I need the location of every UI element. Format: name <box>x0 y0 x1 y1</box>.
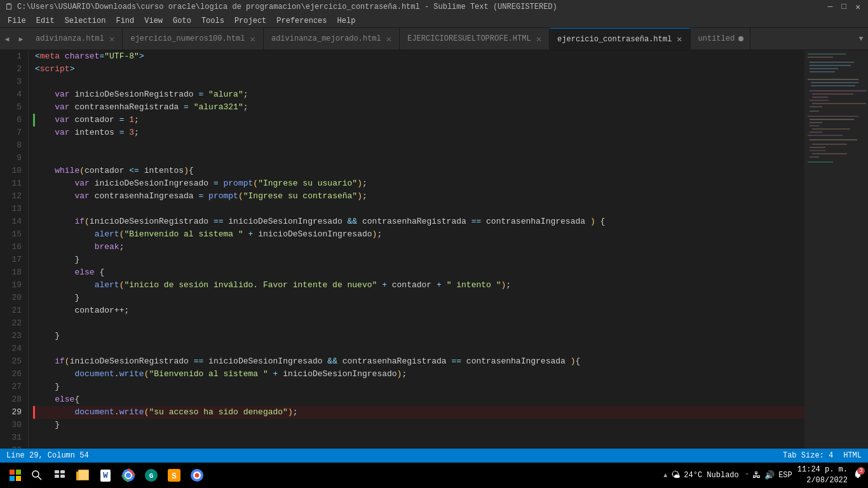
svg-rect-10 <box>812 93 853 95</box>
clock-time: 11:24 p. m. <box>797 464 848 475</box>
tab-untitled[interactable]: untitled <box>691 28 751 50</box>
tray-network[interactable]: 🌤 <box>671 470 680 480</box>
taskbar-chrome[interactable] <box>117 464 140 487</box>
line-num-23: 23 <box>6 330 22 342</box>
taskview-button[interactable] <box>48 464 71 487</box>
line-num-4: 4 <box>6 88 22 101</box>
svg-text:S: S <box>172 471 177 481</box>
svg-rect-24 <box>812 144 847 145</box>
svg-point-52 <box>195 473 200 478</box>
status-position[interactable]: Line 29, Column 54 <box>6 451 89 460</box>
line-num-29: 29 <box>6 406 22 419</box>
tab-nav-next[interactable]: ▶ <box>14 28 28 50</box>
svg-rect-29 <box>808 161 833 163</box>
menu-edit[interactable]: Edit <box>31 15 60 27</box>
taskbar-search-button[interactable] <box>25 465 48 485</box>
tab-adivinanza-mejorado[interactable]: adivinanza_mejorado.html ✕ <box>264 28 400 50</box>
svg-point-34 <box>32 471 39 477</box>
svg-point-45 <box>126 473 131 478</box>
svg-rect-32 <box>10 476 15 481</box>
svg-rect-25 <box>810 147 825 148</box>
code-line-14: if(inicioDeSesionRegistrado == inicioDeS… <box>35 215 804 228</box>
svg-rect-38 <box>55 475 59 478</box>
language-indicator[interactable]: ESP <box>778 471 792 480</box>
menu-project[interactable]: Project <box>229 15 271 27</box>
taskbar-explorer[interactable] <box>71 464 94 487</box>
tab-overflow-btn[interactable]: ▼ <box>854 28 868 50</box>
menu-preferences[interactable]: Preferences <box>271 15 332 27</box>
tab-label: untitled <box>698 34 735 43</box>
status-tab-size[interactable]: Tab Size: 4 <box>783 451 833 460</box>
tab-close[interactable]: ✕ <box>675 34 683 44</box>
tab-label: EJERCICIORESUELTOPROFE.HTML <box>407 34 531 43</box>
line-num-2: 2 <box>6 63 22 76</box>
menu-find[interactable]: Find <box>111 15 139 27</box>
status-language[interactable]: HTML <box>843 451 862 460</box>
start-button[interactable] <box>5 465 25 485</box>
clock[interactable]: 11:24 p. m. 2/08/2022 <box>797 464 848 486</box>
title-bar: 🗒 C:\Users\USUARIO\Downloads\curso oracl… <box>0 0 868 14</box>
tab-ejercicio-resuelto[interactable]: EJERCICIORESUELTOPROFE.HTML ✕ <box>400 28 550 50</box>
minimize-button[interactable]: — <box>828 2 833 12</box>
svg-rect-3 <box>810 65 851 66</box>
code-line-31 <box>35 431 804 444</box>
tab-label: ejercicio_numeros100.html <box>130 34 245 43</box>
svg-rect-23 <box>810 139 857 140</box>
svg-rect-39 <box>60 475 65 478</box>
svg-rect-31 <box>16 470 21 475</box>
code-line-15: alert("Bienvenido al sistema " + inicioD… <box>35 228 804 241</box>
line-num-12: 12 <box>6 190 22 203</box>
tab-close[interactable]: ✕ <box>385 34 393 44</box>
minimap-preview <box>804 50 868 449</box>
code-area[interactable]: <meta charset="UTF-8"> <script> var inic… <box>29 50 804 449</box>
weather-text: 24°C Nublado <box>684 471 738 480</box>
tray-speaker[interactable]: 🔊 <box>764 470 775 480</box>
tab-nav-prev[interactable]: ◀ <box>0 28 14 50</box>
code-line-4: var inicioDeSesionRegistrado = "alura"; <box>35 88 804 101</box>
close-button[interactable]: ✕ <box>855 2 860 12</box>
taskbar-sublime[interactable]: S <box>163 464 186 487</box>
maximize-button[interactable]: □ <box>841 2 846 12</box>
tray-chevron[interactable]: ▲ <box>663 472 667 479</box>
notification-button[interactable]: 3 <box>853 469 863 482</box>
taskbar-app2[interactable]: G <box>140 464 163 487</box>
svg-rect-4 <box>810 68 838 69</box>
menu-file[interactable]: File <box>3 15 31 27</box>
line-num-1: 1 <box>6 50 22 63</box>
svg-rect-36 <box>55 470 59 473</box>
menu-bar: File Edit Selection Find View Goto Tools… <box>0 14 868 28</box>
line-num-6: 6 <box>6 114 22 126</box>
svg-rect-26 <box>810 150 825 151</box>
minimap[interactable] <box>804 50 868 449</box>
tab-ejercicio-contrasena[interactable]: ejercicio_contraseña.html ✕ <box>550 28 690 50</box>
title-text: C:\Users\USUARIO\Downloads\curso oracle\… <box>17 3 828 11</box>
line-num-19: 19 <box>6 279 22 292</box>
tab-close[interactable]: ✕ <box>108 34 116 44</box>
menu-tools[interactable]: Tools <box>196 15 229 27</box>
line-num-14: 14 <box>6 215 22 228</box>
tab-close[interactable]: ✕ <box>249 34 257 44</box>
tab-close[interactable]: ✕ <box>535 34 543 44</box>
line-num-11: 11 <box>6 177 22 190</box>
line-num-28: 28 <box>6 393 22 406</box>
menu-view[interactable]: View <box>139 15 168 27</box>
line-num-27: 27 <box>6 381 22 393</box>
tray-network-icon[interactable]: 🖧 <box>752 471 761 480</box>
taskbar-chrome2[interactable] <box>186 464 208 487</box>
line-num-16: 16 <box>6 241 22 254</box>
tab-adivinanza[interactable]: adivinanza.html ✕ <box>28 28 123 50</box>
title-icon: 🗒 <box>5 3 13 12</box>
menu-help[interactable]: Help <box>332 15 361 27</box>
code-line-9 <box>35 152 804 165</box>
code-line-3 <box>35 76 804 88</box>
svg-rect-0 <box>808 53 846 55</box>
tab-ejercicio-numeros[interactable]: ejercicio_numeros100.html ✕ <box>123 28 263 50</box>
status-right: Tab Size: 4 HTML <box>783 451 862 460</box>
code-line-6: var contador = 1; <box>33 114 804 126</box>
menu-goto[interactable]: Goto <box>168 15 196 27</box>
svg-rect-16 <box>808 116 858 117</box>
taskbar-word[interactable]: W <box>94 464 117 487</box>
menu-selection[interactable]: Selection <box>60 15 111 27</box>
code-line-19: alert("inicio de sesión inválido. Favor … <box>35 279 804 292</box>
tray-arrow[interactable]: ⌃ <box>745 472 749 479</box>
